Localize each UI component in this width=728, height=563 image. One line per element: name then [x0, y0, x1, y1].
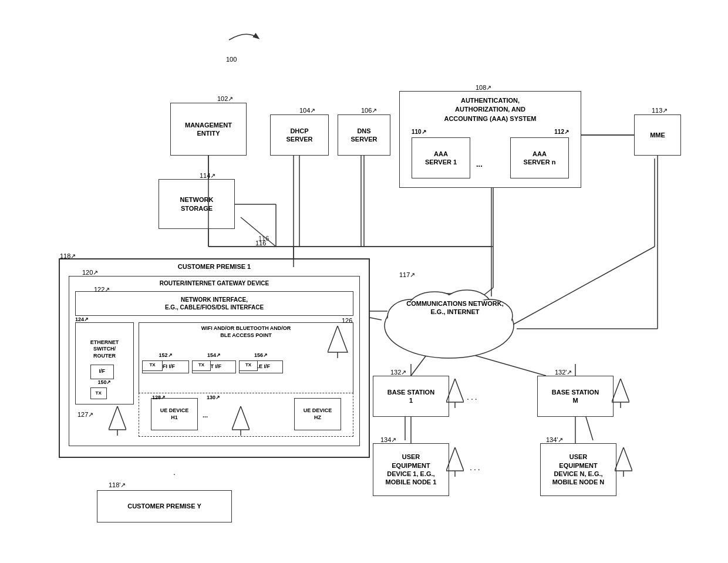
- ue-device1-box: USEREQUIPMENTDEVICE 1, E.G.,MOBILE NODE …: [373, 443, 449, 496]
- antenna-bs1: [446, 379, 464, 408]
- ref-132: 132↗: [390, 369, 406, 376]
- aaa-server1-box: AAASERVER 1: [412, 137, 470, 178]
- svg-marker-19: [328, 326, 348, 352]
- aaa-server1-label: AAASERVER 1: [425, 150, 457, 167]
- ue-device1-label: USEREQUIPMENTDEVICE 1, E.G.,MOBILE NODE …: [386, 453, 437, 486]
- antenna-ue1: [446, 447, 464, 477]
- svg-marker-37: [615, 447, 632, 471]
- wifi-bluetooth-label: WIFI AND/OR BLUETOOTH AND/ORBLE ACCESS P…: [201, 325, 291, 338]
- dns-server-box: DNSSERVER: [338, 114, 390, 156]
- aaa-servern-box: AAASERVER n: [510, 137, 569, 178]
- antenna-bsm: [612, 379, 629, 408]
- ref-127: 127↗: [77, 411, 93, 419]
- ue-device-hz-label: UE DEVICEHZ: [304, 407, 332, 421]
- ue-device-hz-box: UE DEVICEHZ: [294, 398, 341, 430]
- mme-label: MME: [650, 131, 665, 139]
- base-stationm-box: BASE STATIONM: [537, 376, 614, 417]
- ref-132p: 132'↗: [555, 369, 572, 376]
- ref-122: 122↗: [94, 286, 110, 294]
- ref-100: 100: [226, 56, 237, 63]
- ref-108: 108↗: [476, 84, 491, 92]
- svg-marker-31: [446, 379, 464, 402]
- customer-premise-y-box: CUSTOMER PREMISE Y: [97, 490, 232, 522]
- ref-102: 102↗: [217, 95, 233, 103]
- antenna-wifi: [328, 326, 348, 358]
- ref-114: 114↗: [200, 172, 215, 180]
- network-storage-box: NETWORKSTORAGE: [159, 179, 235, 229]
- dhcp-server-box: DHCPSERVER: [270, 114, 329, 156]
- dhcp-server-label: DHCPSERVER: [286, 127, 312, 144]
- ref-106: 106↗: [361, 107, 377, 114]
- svg-marker-21: [109, 406, 126, 430]
- antenna-uen: [615, 447, 632, 477]
- ue-devicen-label: USEREQUIPMENTDEVICE N, E.G.,MOBILE NODE …: [552, 453, 605, 486]
- ref-118p: 118'↗: [109, 481, 126, 489]
- base-stationm-label: BASE STATIONM: [552, 388, 599, 405]
- ref-113: 113↗: [652, 107, 668, 114]
- ue-devicen-box: USEREQUIPMENTDEVICE N, E.G.,MOBILE NODE …: [540, 443, 616, 496]
- ref-117: 117↗: [399, 271, 415, 279]
- management-entity-box: MANAGEMENTENTITY: [170, 103, 247, 156]
- customer-premise1-label: CUSTOMER PREMISE 1: [178, 263, 251, 270]
- aaa-servern-label: AAASERVER n: [524, 150, 556, 167]
- ref-134p: 134'↗: [546, 436, 563, 444]
- base-station1-box: BASE STATION1: [373, 376, 449, 417]
- ue-device-h1-box: UE DEVICEH1: [151, 398, 198, 430]
- ref-118: 118↗: [60, 252, 76, 260]
- aaa-system-label: AUTHENTICATION,AUTHORIZATION, ANDACCOUNT…: [444, 97, 536, 122]
- svg-marker-33: [612, 379, 629, 402]
- ue-device-h1-label: UE DEVICEH1: [160, 407, 189, 421]
- wifi-bluetooth-box: WIFI AND/OR BLUETOOTH AND/ORBLE ACCESS P…: [139, 322, 353, 404]
- mme-box: MME: [634, 114, 681, 156]
- ref-134: 134↗: [380, 436, 396, 444]
- ref-126: 126: [342, 317, 352, 324]
- diagram: 100 MANAGEMENTENTITY 102↗ DHCPSERVER 104…: [0, 0, 728, 563]
- aaa-system-box: AUTHENTICATION,AUTHORIZATION, ANDACCOUNT…: [399, 91, 581, 188]
- dots-base-stations: ...: [467, 392, 479, 402]
- customer-premise-y-label: CUSTOMER PREMISE Y: [127, 502, 201, 510]
- network-interface-box: NETWORK INTERFACE,E.G., CABLE/FIOS/DSL I…: [75, 291, 353, 316]
- management-entity-label: MANAGEMENTENTITY: [185, 121, 232, 138]
- ref-104: 104↗: [299, 107, 315, 114]
- eth-if-label: I/F: [99, 368, 105, 375]
- comms-network-label: COMMUNICATIONS NETWORK,E.G., INTERNET: [390, 299, 520, 316]
- comms-network-cloud: [376, 276, 523, 364]
- dns-server-label: DNSSERVER: [350, 127, 377, 144]
- router-gateway-label: ROUTER/INTERNET GATEWAY DEVICE: [160, 280, 269, 286]
- antenna-ue-hz: [232, 406, 250, 436]
- antenna-ue-h1: [109, 406, 126, 436]
- ethernet-switch-box: ETHERNETSWITCH/ROUTER I/F 150↗ RX TX: [75, 322, 134, 404]
- network-interface-label: NETWORK INTERFACE,E.G., CABLE/FIOS/DSL I…: [165, 296, 264, 311]
- svg-marker-23: [232, 406, 250, 430]
- ref-120: 120↗: [82, 269, 98, 277]
- dots-ue-devices: ...: [470, 463, 482, 472]
- svg-marker-35: [446, 447, 464, 471]
- ref-116: 116: [255, 240, 266, 247]
- svg-line-18: [511, 247, 655, 326]
- base-station1-label: BASE STATION1: [387, 388, 434, 405]
- network-storage-label: NETWORKSTORAGE: [180, 195, 214, 213]
